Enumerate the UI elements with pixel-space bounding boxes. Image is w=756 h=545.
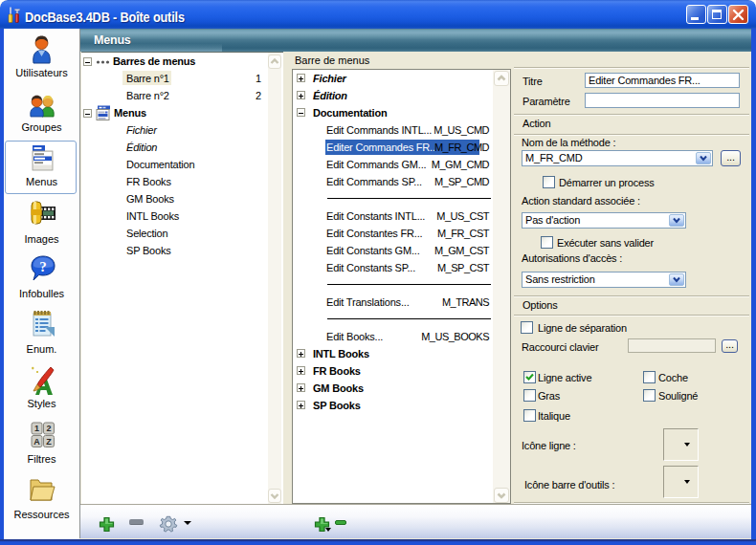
- svg-text:1: 1: [34, 424, 39, 433]
- svg-text:Z: Z: [46, 437, 52, 447]
- svg-text:?: ?: [39, 259, 47, 274]
- svg-text:2: 2: [46, 424, 51, 433]
- svg-text:A: A: [33, 437, 40, 447]
